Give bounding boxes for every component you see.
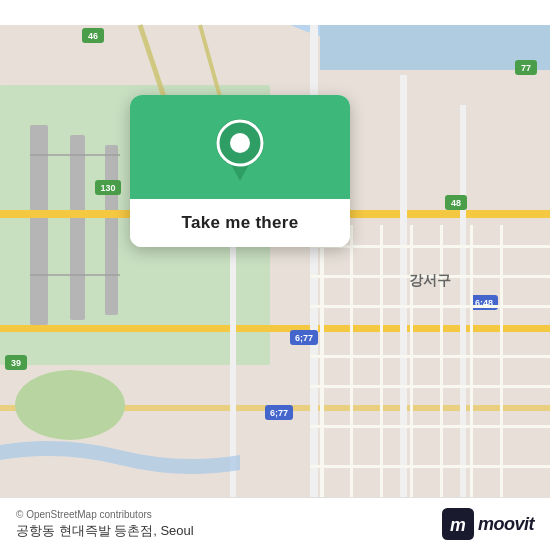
svg-rect-36: [410, 225, 413, 525]
svg-text:46: 46: [88, 31, 98, 41]
svg-rect-37: [440, 225, 443, 525]
svg-rect-4: [105, 145, 118, 315]
svg-text:6;77: 6;77: [295, 333, 313, 343]
svg-text:130: 130: [100, 183, 115, 193]
svg-rect-44: [310, 385, 550, 388]
svg-rect-38: [470, 225, 473, 525]
moovit-m-icon: m: [442, 508, 474, 540]
bottom-bar-left: © OpenStreetMap contributors 공항동 현대즉발 등촌…: [16, 509, 194, 540]
moovit-wordmark: moovit: [478, 514, 534, 535]
svg-point-47: [15, 370, 125, 440]
svg-rect-42: [310, 305, 550, 308]
svg-rect-46: [310, 465, 550, 468]
map-container: 46 130 77 48 39 30 6;77 6;77 6;48: [0, 0, 550, 550]
location-pin-icon: [213, 117, 267, 181]
osm-attribution: © OpenStreetMap contributors: [16, 509, 194, 520]
svg-rect-43: [310, 355, 550, 358]
svg-rect-40: [310, 245, 550, 248]
bottom-bar: © OpenStreetMap contributors 공항동 현대즉발 등촌…: [0, 497, 550, 550]
svg-text:m: m: [450, 515, 466, 535]
take-me-there-button[interactable]: Take me there: [130, 199, 350, 247]
svg-text:77: 77: [521, 63, 531, 73]
svg-rect-12: [400, 75, 407, 525]
svg-text:39: 39: [11, 358, 21, 368]
svg-rect-45: [310, 425, 550, 428]
svg-rect-35: [380, 225, 383, 525]
pin-area: [130, 95, 350, 199]
svg-rect-33: [320, 225, 324, 525]
svg-rect-14: [230, 205, 236, 525]
svg-point-56: [230, 133, 250, 153]
location-label: 공항동 현대즉발 등촌점, Seoul: [16, 522, 194, 540]
svg-text:강서구: 강서구: [409, 272, 451, 288]
svg-rect-34: [350, 225, 353, 525]
svg-text:6;77: 6;77: [270, 408, 288, 418]
svg-rect-9: [0, 325, 550, 332]
location-card: Take me there: [130, 95, 350, 247]
map-background: 46 130 77 48 39 30 6;77 6;77 6;48: [0, 0, 550, 550]
svg-text:48: 48: [451, 198, 461, 208]
svg-rect-39: [500, 225, 503, 525]
svg-rect-13: [460, 105, 466, 525]
moovit-logo: m moovit: [442, 508, 534, 540]
svg-rect-3: [70, 135, 85, 320]
